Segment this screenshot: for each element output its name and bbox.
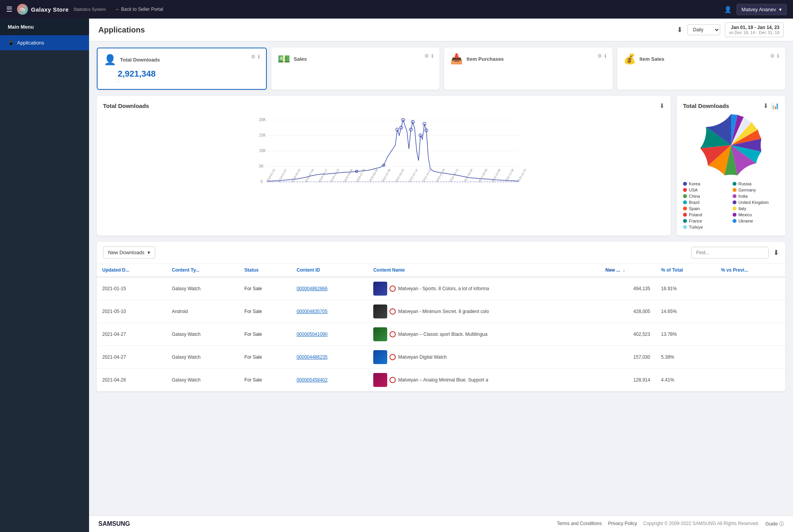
footer-copyright: Copyright © 2009-2022 SAMSUNG All Rights… <box>643 521 759 527</box>
footer-guide-link[interactable]: Guide ⓘ <box>766 521 784 527</box>
total-downloads-sub: - <box>118 79 260 84</box>
sidebar-main-menu-label: Main Menu <box>0 19 89 35</box>
legend-dot <box>683 207 687 210</box>
item-sales-icon: 💰 <box>623 53 636 65</box>
info-icon-total-downloads[interactable]: ℹ <box>258 54 260 60</box>
pie-chart-icon[interactable]: 📊 <box>771 102 779 109</box>
line-chart-container: 20K 15K 10K 5K 0 <box>103 114 664 200</box>
col-new-downloads[interactable]: New ... ↓ <box>600 263 656 277</box>
cell-updated-date: 2021-04-27 <box>97 346 166 369</box>
new-downloads-dropdown[interactable]: New Downloads ▾ <box>103 246 155 258</box>
table-row: 2021-04-27 Galaxy Watch For Sale 0000044… <box>97 346 785 369</box>
period-selector[interactable]: Daily Weekly Monthly <box>687 24 720 35</box>
cell-content-id[interactable]: 000004862866 <box>291 277 368 300</box>
col-pct-prev[interactable]: % vs Previ... <box>716 263 785 277</box>
legend-item-germany: Germany <box>733 188 779 192</box>
content-id-link[interactable]: 000005458402 <box>297 377 328 383</box>
line-chart-svg: 20K 15K 10K 5K 0 <box>103 114 664 199</box>
legend-label: China <box>689 194 700 198</box>
table-right-controls: ⬇ <box>691 247 779 258</box>
main-content: Applications ⬇ Daily Weekly Monthly Jan … <box>89 19 793 532</box>
footer-terms-link[interactable]: Terms and Conditions <box>557 521 602 527</box>
cell-pct-prev <box>716 369 785 392</box>
legend-dot <box>733 207 736 210</box>
legend-label: France <box>689 219 702 223</box>
dropdown-arrow-icon: ▾ <box>148 250 150 255</box>
circle-icon <box>390 377 396 383</box>
legend-item-türkiye: Türkiye <box>683 225 729 229</box>
col-status[interactable]: Status <box>239 263 291 277</box>
content-id-link[interactable]: 000004862866 <box>297 286 328 291</box>
hamburger-icon[interactable]: ☰ <box>6 5 12 14</box>
circle-icon <box>390 331 396 337</box>
gear-icon-total-downloads[interactable]: ⚙ <box>251 54 256 60</box>
footer-logo: SAMSUNG <box>98 520 130 527</box>
line-chart-download-icon[interactable]: ⬇ <box>659 102 664 109</box>
content-id-link[interactable]: 000004835705 <box>297 309 328 314</box>
info-icon-sales[interactable]: ℹ <box>431 53 433 59</box>
content-id-link[interactable]: 000004486235 <box>297 354 328 360</box>
navbar-right: 👤 Matvey Ananev ▾ <box>724 4 787 15</box>
footer-privacy-link[interactable]: Privacy Policy <box>608 521 637 527</box>
stat-card-total-downloads[interactable]: 👤 Total Downloads ⚙ ℹ 2,921,348 - <box>97 48 267 90</box>
legend-item-korea: Korea <box>683 181 729 186</box>
stat-card-sales[interactable]: 💵 Sales ⚙ ℹ <box>271 48 440 90</box>
header-download-icon[interactable]: ⬇ <box>677 26 683 34</box>
cell-content-id[interactable]: 000004835705 <box>291 300 368 323</box>
cell-pct-total: 13.78% <box>656 323 716 346</box>
col-content-id[interactable]: Content ID <box>291 263 368 277</box>
legend-item-china: China <box>683 194 729 198</box>
table-download-icon[interactable]: ⬇ <box>773 248 779 257</box>
date-range-selector[interactable]: Jan 01, 19 - Jan 14, 23 vs Dec 18, 14 - … <box>725 22 784 37</box>
cell-content-type: Galaxy Watch <box>166 323 239 346</box>
legend-label: Korea <box>689 181 700 186</box>
cell-content-id[interactable]: 000005041090 <box>291 323 368 346</box>
legend-label: India <box>738 194 748 198</box>
circle-icon <box>390 286 396 292</box>
pie-download-icon[interactable]: ⬇ <box>763 102 768 109</box>
legend-label: Italy <box>738 206 746 211</box>
svg-text:2022-04-04: 2022-04-04 <box>463 168 474 183</box>
back-to-seller-portal-link[interactable]: ← Back to Seller Portal <box>115 7 163 12</box>
layout: Main Menu 📱 Applications Applications ⬇ … <box>0 19 793 532</box>
cell-new-downloads: 402,523 <box>600 323 656 346</box>
legend-dot <box>683 182 687 186</box>
user-dropdown[interactable]: Matvey Ananev ▾ <box>736 4 787 15</box>
stat-card-item-sales[interactable]: 💰 Item Sales ⚙ ℹ <box>617 48 786 90</box>
col-pct-total[interactable]: % of Total <box>656 263 716 277</box>
svg-text:2021-10-21: 2021-10-21 <box>422 168 432 183</box>
content-area: 👤 Total Downloads ⚙ ℹ 2,921,348 - <box>89 41 793 515</box>
item-sales-title: Item Sales <box>640 56 664 62</box>
legend-dot <box>733 194 736 198</box>
content-id-link[interactable]: 000005041090 <box>297 332 328 337</box>
dropdown-arrow-icon: ▾ <box>779 7 782 12</box>
cell-pct-prev <box>716 300 785 323</box>
legend-item-poland: Poland <box>683 212 729 217</box>
gear-icon-sales[interactable]: ⚙ <box>424 53 429 59</box>
sidebar-item-applications[interactable]: 📱 Applications <box>0 35 89 50</box>
svg-text:2021-01-06: 2021-01-06 <box>381 168 391 183</box>
cell-new-downloads: 494,135 <box>600 277 656 300</box>
col-updated-date[interactable]: Updated D... <box>97 263 166 277</box>
header-controls: ⬇ Daily Weekly Monthly Jan 01, 19 - Jan … <box>677 22 784 37</box>
col-content-type[interactable]: Content Ty... <box>166 263 239 277</box>
date-compare: vs Dec 18, 14 - Dec 31, 18 <box>729 30 779 35</box>
content-name-text: Matveyan - Minimum Secret. 8 gradient co… <box>398 309 489 314</box>
legend-dot <box>733 200 736 204</box>
search-input[interactable] <box>691 247 769 258</box>
pie-chart-section: Total Downloads ⬇ 📊 <box>677 96 785 236</box>
cell-content-id[interactable]: 000005458402 <box>291 369 368 392</box>
svg-text:2019-10-14: 2019-10-14 <box>330 168 340 183</box>
gear-icon-item-sales[interactable]: ⚙ <box>770 53 775 59</box>
legend-label: Germany <box>738 188 756 192</box>
svg-text:20K: 20K <box>259 118 266 122</box>
page-title: Applications <box>98 26 145 34</box>
item-purchases-icon: 📥 <box>450 53 463 65</box>
info-icon-item-purchases[interactable]: ℹ <box>604 53 606 59</box>
cell-content-id[interactable]: 000004486235 <box>291 346 368 369</box>
col-content-name[interactable]: Content Name <box>368 263 600 277</box>
info-icon-item-sales[interactable]: ℹ <box>777 53 779 59</box>
gear-icon-item-purchases[interactable]: ⚙ <box>597 53 602 59</box>
circle-icon <box>390 308 396 315</box>
stat-card-item-purchases[interactable]: 📥 Item Purchases ⚙ ℹ <box>444 48 613 90</box>
